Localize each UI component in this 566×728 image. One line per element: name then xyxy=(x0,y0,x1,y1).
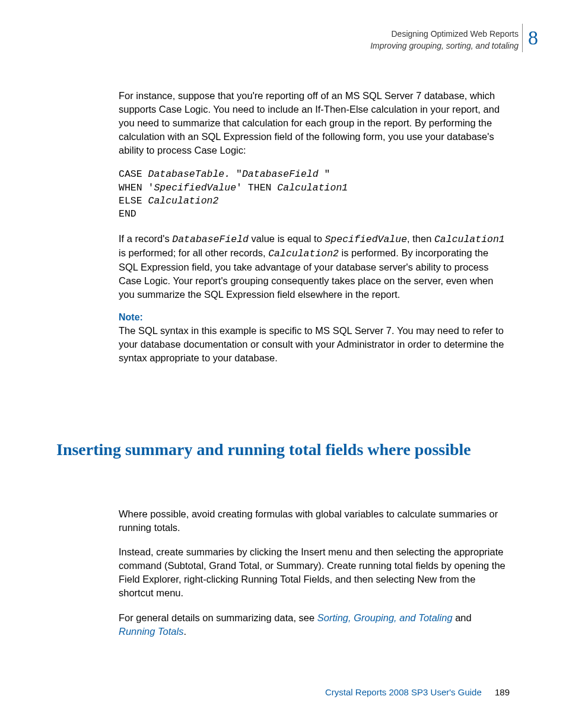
section-title: Improving grouping, sorting, and totalin… xyxy=(370,40,519,52)
body-content-upper: For instance, suppose that you're report… xyxy=(119,89,510,376)
guide-title: Crystal Reports 2008 SP3 User's Guide xyxy=(325,687,482,697)
page-number: 189 xyxy=(495,687,510,697)
paragraph: For general details on summarizing data,… xyxy=(119,611,510,638)
chapter-number-badge: 8 xyxy=(522,24,543,52)
paragraph: Where possible, avoid creating formulas … xyxy=(119,507,510,535)
note-label: Note: xyxy=(119,312,510,323)
link-running-totals[interactable]: Running Totals xyxy=(119,626,183,637)
paragraph: For instance, suppose that you're report… xyxy=(119,89,510,157)
code-block: CASE DatabaseTable. "DatabaseField " WHE… xyxy=(119,168,510,221)
running-header: Designing Optimized Web Reports Improvin… xyxy=(370,28,519,52)
paragraph: If a record's DatabaseField value is equ… xyxy=(119,232,510,301)
link-sorting-grouping-totaling[interactable]: Sorting, Grouping, and Totaling xyxy=(317,612,453,623)
chapter-number: 8 xyxy=(528,27,538,49)
footer: Crystal Reports 2008 SP3 User's Guide 18… xyxy=(325,687,510,697)
section-heading: Inserting summary and running total fiel… xyxy=(56,439,510,460)
note-body: The SQL syntax in this example is specif… xyxy=(119,324,510,365)
chapter-title: Designing Optimized Web Reports xyxy=(391,29,519,39)
body-content-lower: Where possible, avoid creating formulas … xyxy=(119,507,510,649)
paragraph: Instead, create summaries by clicking th… xyxy=(119,545,510,600)
